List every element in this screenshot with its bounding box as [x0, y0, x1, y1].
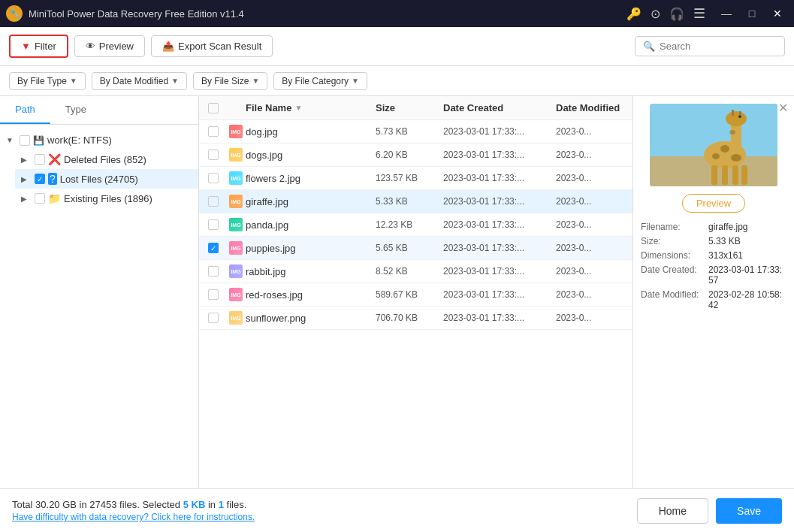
table-row[interactable]: IMG rabbit.jpg 8.52 KB 2023-03-01 17:33:…	[199, 260, 632, 283]
file-type-icon: IMG	[229, 264, 243, 278]
tree-existing-checkbox[interactable]	[35, 193, 45, 204]
table-row[interactable]: IMG giraffe.jpg 5.33 KB 2023-03-01 17:33…	[199, 190, 632, 213]
search-input[interactable]	[660, 41, 777, 52]
row-icon-cell: IMG	[229, 148, 246, 162]
tree-lost-checkbox[interactable]: ✓	[35, 174, 45, 184]
svg-rect-15	[741, 165, 747, 185]
table-row[interactable]: IMG panda.jpg 12.23 KB 2023-03-01 17:33:…	[199, 213, 632, 237]
tree-existing-chevron: ▶	[21, 195, 32, 203]
help-link[interactable]: Have difficulty with data recovery? Clic…	[12, 512, 255, 522]
preview-button[interactable]: 👁 Preview	[74, 35, 145, 57]
export-button[interactable]: 📤 Export Scan Result	[151, 35, 273, 57]
table-row[interactable]: IMG red-roses.jpg 589.67 KB 2023-03-01 1…	[199, 283, 632, 307]
row-date-modified: 2023-0...	[556, 126, 623, 137]
row-date-created: 2023-03-01 17:33:...	[443, 173, 556, 183]
row-check-cell	[208, 313, 229, 323]
tree-lost[interactable]: ▶ ✓ ? Lost Files (24705)	[15, 169, 198, 189]
preview-date-created-label: Date Created:	[641, 264, 708, 286]
row-checkbox[interactable]	[208, 126, 219, 137]
row-date-modified: 2023-0...	[556, 243, 623, 253]
row-date-created: 2023-03-01 17:33:...	[443, 266, 556, 277]
tree-deleted-checkbox[interactable]	[35, 154, 45, 165]
tree-root-chevron: ▼	[6, 136, 17, 144]
preview-label: Preview	[99, 41, 134, 52]
preview-filename-row: Filename: giraffe.jpg	[641, 222, 786, 232]
row-date-modified: 2023-0...	[556, 289, 623, 300]
preview-size-row: Size: 5.33 KB	[641, 236, 786, 246]
table-row[interactable]: IMG dogs.jpg 6.20 KB 2023-03-01 17:33:..…	[199, 144, 632, 167]
toolbar: ▼ Filter 👁 Preview 📤 Export Scan Result …	[0, 27, 794, 66]
row-date-created: 2023-03-01 17:33:...	[443, 243, 556, 253]
row-checkbox[interactable]	[208, 289, 219, 300]
maximize-button[interactable]: □	[741, 3, 762, 24]
row-icon-cell: IMG	[229, 125, 246, 138]
tab-bar: Path Type	[0, 96, 198, 125]
svg-rect-12	[711, 165, 717, 185]
filter-by-date-modified[interactable]: By Date Modified ▼	[92, 72, 187, 90]
row-checkbox[interactable]: ✓	[208, 243, 219, 253]
filter-button[interactable]: ▼ Filter	[9, 35, 68, 58]
header-date-modified[interactable]: Date Modified	[556, 102, 623, 113]
preview-date-created-row: Date Created: 2023-03-01 17:33:57	[641, 264, 786, 286]
row-checkbox[interactable]	[208, 266, 219, 277]
file-type-icon: IMG	[229, 125, 243, 138]
filter-by-file-type[interactable]: By File Type ▼	[9, 72, 86, 90]
row-check-cell	[208, 173, 229, 183]
main-area: Path Type ▼ 💾 work(E: NTFS) ▶ ❌ Deleted …	[0, 96, 794, 488]
file-type-icon: IMG	[229, 171, 243, 185]
close-button[interactable]: ✕	[767, 3, 788, 24]
row-check-cell	[208, 196, 229, 207]
svg-point-4	[726, 111, 747, 126]
header-date-created[interactable]: Date Created	[443, 102, 556, 113]
filter-filetype-arrow: ▼	[70, 77, 77, 85]
tree-deleted-group: ▶ ❌ Deleted Files (852)	[0, 150, 198, 169]
status-buttons: Home Save	[637, 498, 782, 524]
existing-icon: 📁	[48, 192, 61, 204]
row-checkbox[interactable]	[208, 313, 219, 323]
preview-action-button[interactable]: Preview	[682, 194, 745, 213]
svg-point-8	[729, 130, 735, 135]
home-button[interactable]: Home	[637, 498, 708, 524]
header-filename[interactable]: File Name ▼	[246, 102, 376, 113]
svg-rect-13	[722, 165, 728, 185]
filter-icon: ▼	[21, 41, 31, 52]
row-date-modified: 2023-0...	[556, 150, 623, 160]
table-row[interactable]: IMG sunflower.png 706.70 KB 2023-03-01 1…	[199, 307, 632, 330]
menu-icon[interactable]: ☰	[690, 4, 708, 23]
row-icon-cell: IMG	[229, 218, 246, 231]
key-icon[interactable]: 🔑	[623, 5, 645, 23]
lost-icon: ?	[48, 173, 57, 185]
tree-root[interactable]: ▼ 💾 work(E: NTFS)	[0, 131, 198, 150]
tree-existing[interactable]: ▶ 📁 Existing Files (1896)	[15, 189, 198, 208]
header-checkbox[interactable]	[208, 103, 219, 113]
file-area: File Name ▼ Size Date Created Date Modif…	[199, 96, 632, 488]
row-filename: dog.jpg	[246, 126, 376, 138]
preview-image	[650, 104, 777, 186]
save-button[interactable]: Save	[716, 498, 782, 524]
search-bar[interactable]: 🔍	[635, 36, 785, 56]
search-icon: 🔍	[643, 41, 655, 52]
header-size[interactable]: Size	[376, 102, 443, 113]
preview-close-button[interactable]: ✕	[778, 101, 788, 115]
tree-deleted[interactable]: ▶ ❌ Deleted Files (852)	[15, 150, 198, 169]
tab-path[interactable]: Path	[0, 96, 50, 124]
row-checkbox[interactable]	[208, 173, 219, 183]
row-filename: sunflower.png	[246, 313, 376, 324]
filter-datemod-arrow: ▼	[171, 77, 179, 85]
circle-icon[interactable]: ⊙	[648, 5, 663, 23]
filter-by-file-size[interactable]: By File Size ▼	[193, 72, 267, 90]
table-row[interactable]: ✓ IMG puppies.jpg 5.65 KB 2023-03-01 17:…	[199, 237, 632, 260]
minimize-button[interactable]: —	[716, 3, 737, 24]
table-row[interactable]: IMG flowers 2.jpg 123.57 KB 2023-03-01 1…	[199, 167, 632, 190]
row-date-modified: 2023-0...	[556, 173, 623, 183]
headphone-icon[interactable]: 🎧	[666, 5, 687, 23]
row-date-modified: 2023-0...	[556, 266, 623, 277]
row-checkbox[interactable]	[208, 196, 219, 207]
deleted-icon: ❌	[48, 153, 61, 165]
row-checkbox[interactable]	[208, 150, 219, 160]
filter-by-file-category[interactable]: By File Category ▼	[273, 72, 367, 90]
row-checkbox[interactable]	[208, 219, 219, 230]
tree-root-checkbox[interactable]	[20, 135, 30, 146]
table-row[interactable]: IMG dog.jpg 5.73 KB 2023-03-01 17:33:...…	[199, 120, 632, 144]
tab-type[interactable]: Type	[50, 96, 101, 124]
